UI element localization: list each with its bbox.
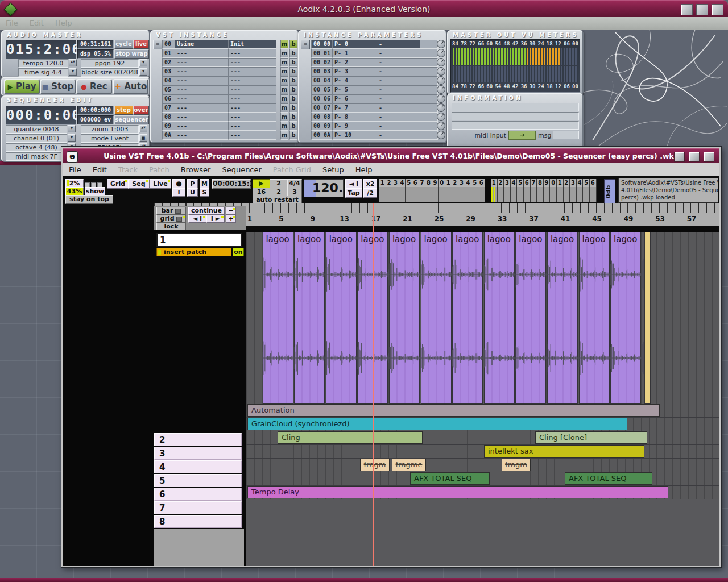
pattern-digit[interactable]: 2	[386, 179, 393, 187]
vst-slot-preset[interactable]: ---	[228, 49, 276, 58]
track-header-5[interactable]: 5	[154, 474, 242, 487]
vst-slot-name[interactable]: ---	[175, 76, 230, 85]
bar-ruler[interactable]: 159131721252933374145495357	[246, 213, 719, 226]
vst-bypass-button[interactable]: b	[289, 76, 297, 85]
param-name[interactable]: P- 3	[332, 67, 378, 76]
param-name[interactable]: P- 7	[332, 103, 378, 113]
vst-slot-name[interactable]: ---	[175, 49, 230, 58]
vst-slot-preset[interactable]: ---	[228, 131, 276, 140]
param-knob[interactable]	[437, 67, 445, 76]
pattern-cell[interactable]	[557, 187, 564, 202]
pattern-cell[interactable]	[406, 187, 412, 202]
vst-slot-preset[interactable]: ---	[228, 58, 276, 67]
track-header-4[interactable]: 4	[154, 460, 242, 473]
param-knob[interactable]	[437, 49, 445, 57]
param-knob[interactable]	[437, 103, 445, 112]
vst-mute-button[interactable]: m	[280, 131, 288, 140]
param-value[interactable]: -	[377, 131, 421, 140]
vst-slot-preset[interactable]: ---	[228, 85, 276, 94]
step-button[interactable]: step	[114, 106, 133, 115]
track-header-7[interactable]: 7	[154, 501, 242, 514]
sig-cell-1[interactable]: 2	[270, 179, 288, 188]
pattern-digit[interactable]: 5	[471, 179, 478, 187]
stop-wrap-button[interactable]: stop wrap	[114, 49, 149, 59]
vst-bypass-button[interactable]: b	[289, 103, 297, 113]
aodix-minimize-button[interactable]	[681, 4, 693, 15]
pattern-cell[interactable]	[399, 187, 406, 202]
vst-bypass-button[interactable]: b	[289, 113, 297, 122]
pattern-digit[interactable]: 8	[537, 179, 544, 187]
clip-tempo-delay[interactable]: Tempo Delay	[247, 486, 668, 498]
vst-bypass-button[interactable]: b	[289, 94, 297, 103]
stop-button[interactable]: ■ Stop	[40, 79, 76, 94]
pattern-cell[interactable]	[531, 187, 537, 202]
track1-name-box[interactable]: 1	[156, 233, 242, 247]
vst-slot-name[interactable]: ---	[175, 131, 230, 140]
record-toggle-button[interactable]: ●	[172, 179, 185, 189]
pattern-cell[interactable]	[511, 187, 518, 202]
param-knob[interactable]	[437, 58, 445, 66]
pattern-cell[interactable]	[537, 187, 544, 202]
vst-slot-preset[interactable]: ---	[228, 76, 276, 85]
param-value[interactable]: -	[377, 113, 421, 122]
vst-slot-preset[interactable]: ---	[228, 113, 276, 122]
master-volume-display[interactable]: 0db	[604, 179, 615, 204]
ppqn-field[interactable]: ppqn 192	[81, 59, 139, 68]
pattern-digit[interactable]: 5	[583, 179, 590, 187]
vst-slot-name[interactable]: ---	[175, 122, 230, 131]
clip-graincloud-synchroniezd-[interactable]: GrainCloud (synchroniezd)	[247, 418, 627, 430]
pattern-digit[interactable]: 3	[570, 179, 577, 187]
vst-slot-preset[interactable]: ---	[228, 122, 276, 131]
vst-mute-button[interactable]: m	[280, 94, 288, 103]
pattern-digit[interactable]: 7	[419, 179, 426, 187]
pattern-cell[interactable]	[452, 187, 459, 202]
pattern-cell[interactable]	[392, 187, 399, 202]
sig-cell-3[interactable]: 16	[253, 188, 270, 196]
pattern-digit[interactable]: 6	[590, 179, 597, 187]
param-name[interactable]: P- 4	[332, 76, 378, 85]
u-toggle-button[interactable]: U	[187, 188, 198, 197]
vst-mute-button[interactable]: m	[280, 49, 288, 58]
pattern-digit[interactable]: 5	[517, 179, 524, 187]
pattern-digit[interactable]: 2	[564, 179, 570, 187]
auto-button[interactable]: + Auto	[113, 79, 148, 94]
insert-patch-on-toggle[interactable]: on	[233, 248, 244, 256]
pattern-digit[interactable]: 1	[445, 179, 452, 187]
clip-area[interactable]: lagoolagoolagoolagoolagoolagoolagoolagoo…	[246, 230, 719, 566]
vst-mute-button[interactable]: m	[280, 85, 288, 94]
vst-bypass-button[interactable]: b	[289, 85, 297, 94]
pattern-digit[interactable]: 9	[432, 179, 439, 187]
pattern-digit[interactable]: 9	[544, 179, 551, 187]
param-knob[interactable]	[437, 131, 445, 139]
pattern-digit[interactable]: 4	[511, 179, 518, 187]
param-list-menu-button[interactable]: ≡	[301, 40, 310, 49]
time sig-field[interactable]: time sig 4:4	[18, 68, 68, 77]
param-knob[interactable]	[437, 76, 445, 85]
vst-bypass-button[interactable]: b	[289, 122, 297, 131]
pattern-digit[interactable]: 3	[392, 179, 399, 187]
tap-button[interactable]: Tap	[345, 188, 362, 198]
vst-bypass-button[interactable]: b	[289, 58, 297, 67]
vst-slot-preset[interactable]: ---	[228, 103, 276, 113]
channel-drop-button[interactable]: ▼	[68, 134, 76, 142]
clip-afx-total-seq[interactable]: AFX TOTAL SEQ	[410, 472, 490, 485]
usine-menu-edit[interactable]: Edit	[87, 163, 113, 174]
usine-menu-browser[interactable]: Browser	[175, 163, 217, 174]
pattern-cell[interactable]	[504, 187, 511, 202]
play-flag-button[interactable]: ▶	[253, 179, 270, 188]
pattern-digit[interactable]: 6	[412, 179, 419, 187]
vst-mute-button[interactable]: m	[280, 67, 288, 76]
vst-slot-name[interactable]: ---	[175, 94, 230, 103]
channel-field[interactable]: channel 0 (01)	[6, 134, 67, 143]
usine-maximize-button[interactable]	[689, 152, 700, 162]
quantize-field[interactable]: quantize 0048	[6, 125, 67, 134]
vst-slot-name[interactable]: ---	[175, 67, 230, 76]
aodix-menu-file[interactable]: File	[0, 17, 24, 29]
insert-patch-button[interactable]: insert patch	[156, 248, 231, 256]
usine-close-button[interactable]	[704, 152, 714, 162]
clip-afx-total-seq[interactable]: AFX TOTAL SEQ	[565, 472, 652, 485]
block size-field[interactable]: block size 002048	[81, 68, 139, 77]
pattern-cell[interactable]	[465, 187, 472, 202]
pattern-digit[interactable]: 0	[550, 179, 557, 187]
param-name[interactable]: P- 6	[332, 94, 378, 103]
